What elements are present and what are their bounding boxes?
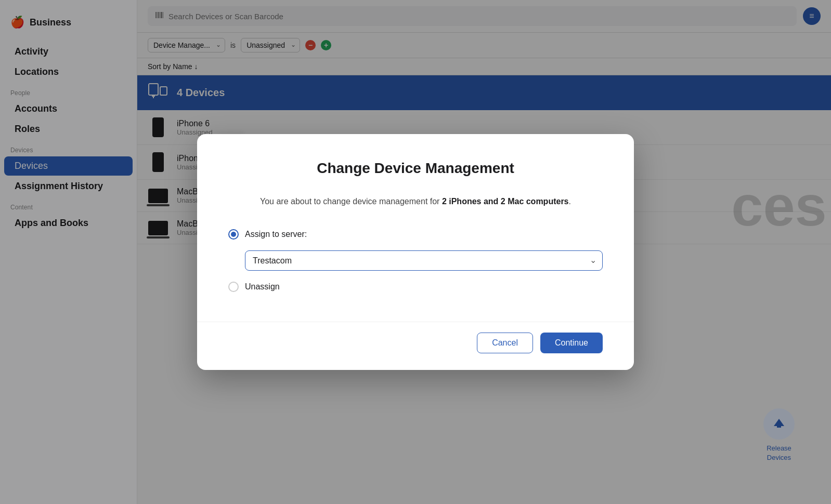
modal-change-device-management: Change Device Management You are about t… [197,134,634,370]
modal-body: Change Device Management You are about t… [197,134,634,322]
continue-button[interactable]: Continue [540,333,603,353]
modal-option-unassign[interactable]: Unassign [228,281,603,293]
modal-title: Change Device Management [228,160,603,177]
modal-footer: Cancel Continue [197,322,634,370]
cancel-button[interactable]: Cancel [477,333,533,353]
unassign-label: Unassign [245,281,280,293]
server-dropdown-container: Trestacom Other Server [245,250,603,271]
server-dropdown-wrap: Trestacom Other Server [245,250,603,271]
modal-option-assign[interactable]: Assign to server: [228,229,603,240]
server-select[interactable]: Trestacom Other Server [245,250,603,271]
modal-description: You are about to change device managemen… [228,195,603,208]
assign-to-server-label: Assign to server: [245,229,307,240]
unassign-radio[interactable] [228,282,239,292]
assign-to-server-radio[interactable] [228,229,239,240]
modal-overlay: Change Device Management You are about t… [0,0,831,504]
